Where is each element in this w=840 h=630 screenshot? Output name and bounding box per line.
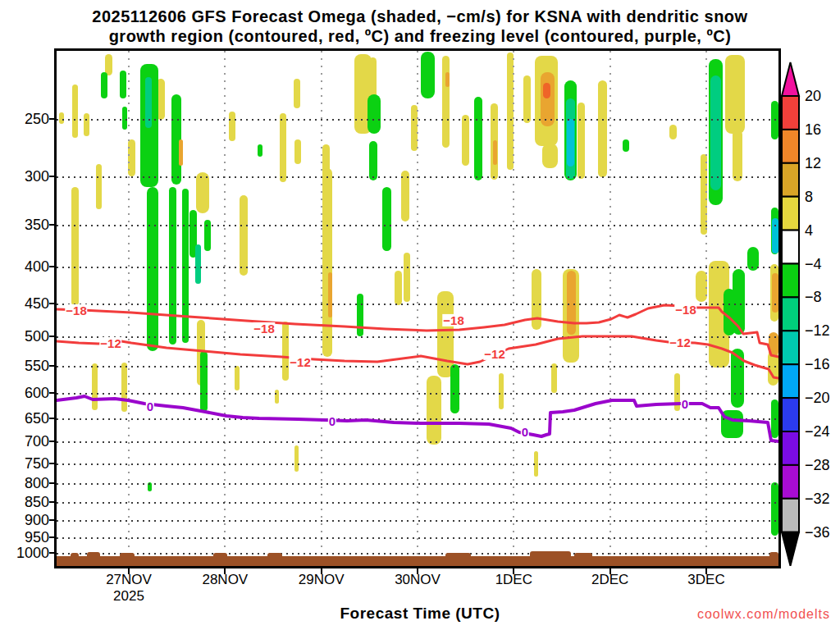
contour-label-dendritic-growth-minus12: −12 — [289, 356, 311, 368]
colorbar-segment — [782, 364, 799, 398]
y-tick-label: 550 — [3, 358, 49, 373]
colorbar-segment — [782, 264, 799, 298]
x-tick-label: 3DEC — [669, 573, 743, 587]
colorbar-label: −8 — [805, 290, 822, 304]
colorbar-label: −28 — [805, 458, 830, 472]
y-tick-label: 350 — [3, 217, 49, 232]
y-tick-mark — [49, 552, 54, 554]
contour-lines-layer — [57, 51, 778, 566]
colorbar-segment — [782, 96, 799, 130]
contour-label-dendritic-growth-minus18: −18 — [253, 322, 275, 335]
contour-label-freezing-level-0: 0 — [146, 400, 154, 413]
y-tick-mark — [49, 365, 54, 367]
contour-label-freezing-level-0: 0 — [681, 398, 689, 410]
colorbar-segment — [782, 130, 799, 163]
colorbar-label: −24 — [805, 424, 830, 439]
colorbar-segment — [782, 499, 799, 532]
y-tick-label: 800 — [3, 476, 49, 491]
y-tick-mark — [49, 118, 54, 120]
x-tick-label: 30NOV — [381, 573, 454, 587]
contour-label-dendritic-growth-minus18: −18 — [674, 304, 696, 316]
colorbar-segment — [782, 163, 799, 197]
colorbar-label: 4 — [805, 223, 813, 238]
x-tick-label: 27NOV — [92, 573, 166, 587]
chart-title-line1: 2025112606 GFS Forecast Omega (shaded, −… — [0, 7, 840, 26]
colorbar-segment — [782, 465, 799, 499]
watermark-link: coolwx.com/modelts — [697, 607, 830, 622]
colorbar-segment — [782, 197, 799, 231]
x-year-label: 2025 — [92, 589, 166, 604]
colorbar-segment — [782, 297, 799, 331]
x-axis-title: Forecast Time (UTC) — [256, 605, 584, 623]
colorbar-label: −16 — [805, 357, 830, 372]
colorbar-label: −36 — [805, 525, 830, 540]
y-tick-mark — [49, 224, 54, 226]
colorbar-label: −20 — [805, 390, 830, 405]
y-tick-mark — [49, 482, 54, 484]
chart-title-line2: growth region (contoured, red, ºC) and f… — [0, 27, 840, 46]
y-tick-label: 300 — [3, 169, 49, 184]
y-tick-label: 450 — [3, 296, 49, 311]
y-tick-label: 950 — [3, 530, 49, 545]
colorbar-label: −4 — [805, 257, 822, 272]
y-tick-label: 700 — [3, 434, 49, 449]
y-tick-mark — [49, 392, 54, 394]
x-tick-label: 2DEC — [573, 573, 647, 587]
y-tick-mark — [49, 303, 54, 304]
colorbar-label: 20 — [805, 89, 821, 103]
contour-freezing-level-0 — [57, 396, 778, 441]
colorbar-label: −12 — [805, 323, 830, 338]
contour-label-dendritic-growth-minus12: −12 — [99, 337, 121, 349]
y-tick-mark — [49, 519, 54, 521]
colorbar-segment — [782, 231, 799, 264]
y-tick-mark — [49, 536, 54, 538]
x-tick-label: 29NOV — [285, 573, 358, 587]
colorbar-label: 8 — [805, 189, 813, 204]
y-tick-mark — [49, 418, 54, 419]
colorbar-segment — [782, 398, 799, 431]
y-tick-label: 900 — [3, 513, 49, 527]
colorbar-triangle — [782, 532, 799, 566]
colorbar-label: −32 — [805, 491, 830, 506]
y-tick-mark — [49, 441, 54, 442]
y-tick-mark — [49, 501, 54, 503]
x-tick-label: 28NOV — [188, 573, 262, 587]
y-tick-mark — [49, 336, 54, 337]
contour-label-dendritic-growth-minus12: −12 — [669, 336, 691, 349]
y-tick-label: 400 — [3, 259, 49, 274]
colorbar-label: 16 — [805, 122, 821, 137]
y-tick-label: 750 — [3, 456, 49, 471]
y-tick-mark — [49, 266, 54, 267]
y-tick-label: 850 — [3, 495, 49, 509]
colorbar-triangle — [782, 62, 799, 96]
contour-label-dendritic-growth-minus18: −18 — [442, 314, 464, 326]
y-tick-label: 1000 — [3, 546, 49, 560]
y-tick-label: 650 — [3, 411, 49, 426]
y-tick-mark — [49, 463, 54, 464]
contour-label-dendritic-growth-minus12: −12 — [483, 348, 505, 360]
colorbar-segment — [782, 331, 799, 364]
colorbar-segment — [782, 431, 799, 465]
y-tick-label: 500 — [3, 329, 49, 344]
x-tick-label: 1DEC — [477, 573, 550, 587]
colorbar-label: 12 — [805, 156, 821, 171]
y-tick-mark — [49, 176, 54, 177]
contour-label-freezing-level-0: 0 — [328, 415, 336, 427]
contour-label-freezing-level-0: 0 — [521, 426, 529, 438]
y-tick-label: 250 — [3, 112, 49, 126]
forecast-chart-figure: 2025112606 GFS Forecast Omega (shaded, −… — [0, 0, 840, 630]
contour-label-dendritic-growth-minus18: −18 — [65, 304, 87, 317]
y-tick-label: 600 — [3, 386, 49, 400]
